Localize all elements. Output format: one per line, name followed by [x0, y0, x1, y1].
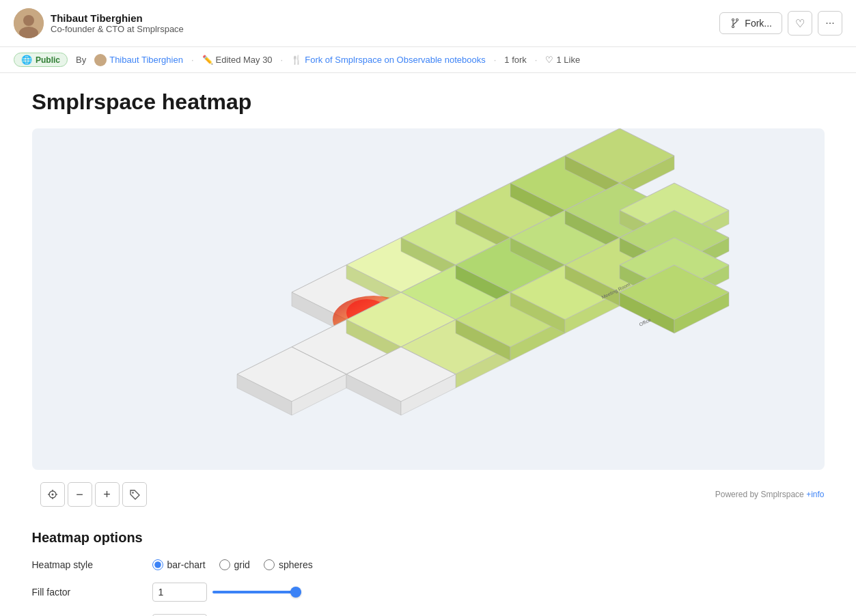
heatmap-style-label: Heatmap style: [32, 559, 141, 570]
powered-link[interactable]: +info: [806, 490, 824, 499]
header-left: Thibaut Tiberghien Co-founder & CTO at S…: [14, 8, 184, 38]
separator3: ·: [494, 55, 497, 65]
reset-view-button[interactable]: [40, 482, 65, 507]
powered-by: Powered by Smplrspace +info: [715, 490, 825, 499]
heatmap-style-row: Heatmap style bar-chart grid spheres: [32, 559, 825, 570]
separator2: ·: [281, 55, 284, 65]
visibility-badge: 🌐 Public: [14, 53, 68, 67]
header: Thibaut Tiberghien Co-founder & CTO at S…: [0, 0, 856, 47]
heatmap-svg: Meeting Room Office: [32, 128, 825, 470]
zoom-in-icon: +: [103, 488, 111, 501]
fill-factor-row: Fill factor: [32, 583, 825, 602]
more-button[interactable]: ···: [818, 11, 842, 36]
viz-wrapper: Meeting Room Office: [32, 128, 825, 514]
user-info: Thibaut Tiberghien Co-founder & CTO at S…: [51, 12, 184, 34]
separator4: ·: [535, 55, 538, 65]
heatmap-style-group: bar-chart grid spheres: [152, 559, 313, 570]
avatar: [14, 8, 44, 38]
radio-spheres-label: spheres: [279, 559, 313, 570]
page-title: Smplrspace heatmap: [32, 89, 825, 115]
radio-grid-label: grid: [234, 559, 250, 570]
meta-bar: 🌐 Public By Thibaut Tiberghien · ✏️ Edit…: [0, 47, 856, 73]
globe-icon: 🌐: [21, 55, 32, 65]
viz-toolbar: − +: [32, 475, 155, 514]
fill-factor-slider[interactable]: [212, 591, 301, 593]
heart-icon: ♡: [795, 17, 805, 30]
fork-icon: [730, 18, 741, 29]
author-avatar: [94, 54, 107, 66]
toolbar-row: − + Powered by Smplrspace +info: [32, 470, 825, 514]
zoom-in-button[interactable]: +: [95, 482, 120, 507]
radio-bar-chart-input[interactable]: [152, 559, 163, 570]
like-item: ♡ 1 Like: [545, 55, 580, 65]
svg-point-82: [51, 494, 53, 496]
heart-meta-icon: ♡: [545, 55, 553, 65]
powered-prefix: Powered by Smplrspace: [715, 490, 804, 499]
edited-label: Edited May 30: [216, 55, 273, 65]
fill-slider-container: [152, 583, 301, 602]
like-count: 1 Like: [556, 55, 580, 65]
fork-button[interactable]: Fork...: [719, 12, 782, 34]
options-title: Heatmap options: [32, 530, 825, 546]
radio-spheres-input[interactable]: [264, 559, 275, 570]
svg-point-4: [736, 19, 738, 21]
fork-source[interactable]: Fork of Smplrspace on Observable noteboo…: [305, 55, 485, 65]
fork-label: Fork...: [745, 18, 772, 29]
fork-count: 1 fork: [504, 55, 527, 65]
radio-grid[interactable]: grid: [219, 559, 250, 570]
radio-bar-chart-label: bar-chart: [167, 559, 206, 570]
viz-container[interactable]: Meeting Room Office: [32, 128, 825, 470]
fork-info-icon: 🍴: [291, 55, 302, 65]
radio-bar-chart[interactable]: bar-chart: [152, 559, 206, 570]
zoom-out-button[interactable]: −: [68, 482, 92, 507]
user-name: Thibaut Tiberghien: [51, 12, 184, 24]
options-section: Heatmap options Heatmap style bar-chart …: [32, 530, 825, 616]
like-button[interactable]: ♡: [788, 11, 812, 36]
svg-point-1: [23, 15, 34, 26]
fork-info: 🍴 Fork of Smplrspace on Observable noteb…: [291, 55, 485, 65]
header-right: Fork... ♡ ···: [719, 11, 842, 36]
svg-point-3: [732, 19, 734, 21]
author-name[interactable]: Thibaut Tiberghien: [109, 55, 183, 65]
author-item: Thibaut Tiberghien: [94, 54, 183, 66]
radio-grid-input[interactable]: [219, 559, 230, 570]
by-label: By: [76, 55, 86, 65]
svg-point-5: [732, 26, 734, 28]
radio-spheres[interactable]: spheres: [264, 559, 313, 570]
edited-item: ✏️ Edited May 30: [202, 55, 273, 65]
tag-button[interactable]: [122, 482, 147, 507]
fill-factor-input[interactable]: [152, 583, 207, 602]
zoom-out-icon: −: [76, 488, 83, 501]
visibility-label: Public: [36, 55, 60, 65]
crosshair-icon: [47, 489, 58, 500]
main-content: Smplrspace heatmap: [18, 73, 838, 616]
more-icon: ···: [825, 17, 834, 29]
tag-icon: [129, 489, 140, 500]
separator1: ·: [191, 55, 194, 65]
svg-point-87: [132, 492, 133, 493]
pencil-icon: ✏️: [202, 55, 213, 65]
user-role: Co-founder & CTO at Smplrspace: [51, 24, 184, 34]
fill-factor-label: Fill factor: [32, 587, 141, 598]
